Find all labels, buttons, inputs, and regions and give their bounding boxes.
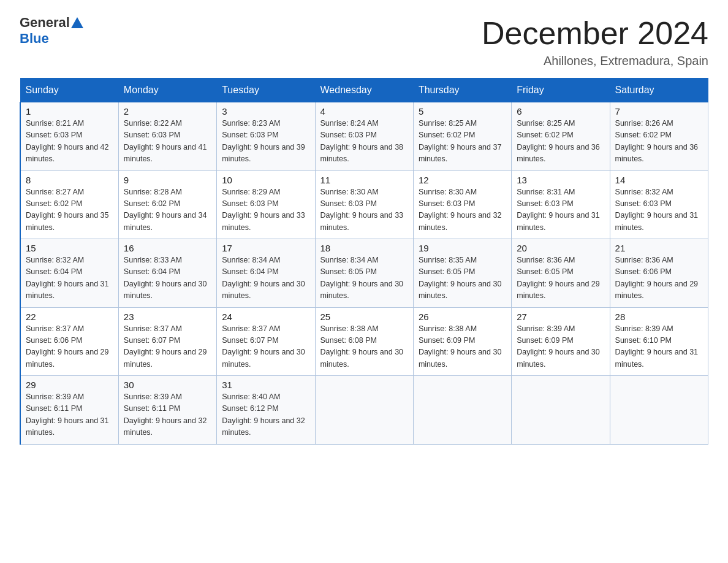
calendar-cell: 21 Sunrise: 8:36 AMSunset: 6:06 PMDaylig… (610, 239, 708, 308)
day-number: 24 (222, 312, 309, 322)
calendar-header: SundayMondayTuesdayWednesdayThursdayFrid… (20, 79, 708, 102)
weekday-header-friday: Friday (512, 79, 610, 102)
day-number: 19 (419, 243, 506, 253)
weekday-header-wednesday: Wednesday (315, 79, 413, 102)
day-info: Sunrise: 8:39 AMSunset: 6:09 PMDaylight:… (517, 323, 604, 371)
calendar-cell: 15 Sunrise: 8:32 AMSunset: 6:04 PMDaylig… (20, 239, 118, 308)
day-number: 1 (26, 106, 113, 117)
calendar-cell: 20 Sunrise: 8:36 AMSunset: 6:05 PMDaylig… (512, 239, 610, 308)
page-header: General Blue December 2024 Ahillones, Ex… (20, 15, 708, 68)
calendar-cell: 26 Sunrise: 8:38 AMSunset: 6:09 PMDaylig… (413, 307, 511, 376)
calendar-cell: 10 Sunrise: 8:29 AMSunset: 6:03 PMDaylig… (217, 170, 315, 239)
calendar-cell: 14 Sunrise: 8:32 AMSunset: 6:03 PMDaylig… (610, 170, 708, 239)
day-number: 14 (615, 175, 703, 185)
day-number: 9 (124, 175, 211, 185)
day-info: Sunrise: 8:24 AMSunset: 6:03 PMDaylight:… (320, 118, 408, 166)
calendar-cell (315, 376, 413, 445)
logo: General Blue (20, 15, 85, 47)
day-info: Sunrise: 8:30 AMSunset: 6:03 PMDaylight:… (419, 186, 506, 234)
day-number: 16 (124, 243, 211, 253)
calendar-cell: 5 Sunrise: 8:25 AMSunset: 6:02 PMDayligh… (413, 102, 511, 171)
day-number: 10 (222, 175, 309, 185)
day-info: Sunrise: 8:36 AMSunset: 6:05 PMDaylight:… (517, 255, 604, 302)
title-block: December 2024 Ahillones, Extremadura, Sp… (482, 15, 708, 68)
day-number: 13 (517, 175, 604, 185)
day-number: 5 (419, 106, 506, 117)
weekday-header-row: SundayMondayTuesdayWednesdayThursdayFrid… (20, 79, 708, 102)
day-number: 25 (320, 312, 408, 322)
calendar-cell: 19 Sunrise: 8:35 AMSunset: 6:05 PMDaylig… (413, 239, 511, 308)
month-title: December 2024 (482, 15, 708, 52)
day-info: Sunrise: 8:34 AMSunset: 6:05 PMDaylight:… (320, 255, 408, 302)
calendar-cell: 17 Sunrise: 8:34 AMSunset: 6:04 PMDaylig… (217, 239, 315, 308)
logo-triangle-icon (71, 17, 83, 28)
day-number: 29 (26, 380, 113, 390)
day-info: Sunrise: 8:37 AMSunset: 6:07 PMDaylight:… (124, 323, 211, 371)
calendar-week-row: 1 Sunrise: 8:21 AMSunset: 6:03 PMDayligh… (20, 102, 708, 171)
day-info: Sunrise: 8:34 AMSunset: 6:04 PMDaylight:… (222, 255, 309, 302)
calendar-cell (413, 376, 511, 445)
calendar-cell: 7 Sunrise: 8:26 AMSunset: 6:02 PMDayligh… (610, 102, 708, 171)
day-info: Sunrise: 8:32 AMSunset: 6:04 PMDaylight:… (26, 255, 113, 302)
weekday-header-thursday: Thursday (413, 79, 511, 102)
weekday-header-sunday: Sunday (20, 79, 118, 102)
day-number: 4 (320, 106, 408, 117)
day-number: 18 (320, 243, 408, 253)
day-number: 17 (222, 243, 309, 253)
logo-blue-text: Blue (20, 31, 49, 46)
calendar-cell: 31 Sunrise: 8:40 AMSunset: 6:12 PMDaylig… (217, 376, 315, 445)
weekday-header-tuesday: Tuesday (217, 79, 315, 102)
calendar-cell: 6 Sunrise: 8:25 AMSunset: 6:02 PMDayligh… (512, 102, 610, 171)
calendar-cell: 1 Sunrise: 8:21 AMSunset: 6:03 PMDayligh… (20, 102, 118, 171)
calendar-cell (610, 376, 708, 445)
day-number: 11 (320, 175, 408, 185)
calendar-cell (512, 376, 610, 445)
logo-general-text: General (20, 15, 70, 31)
location-subtitle: Ahillones, Extremadura, Spain (482, 54, 708, 68)
day-info: Sunrise: 8:38 AMSunset: 6:08 PMDaylight:… (320, 323, 408, 371)
calendar-cell: 24 Sunrise: 8:37 AMSunset: 6:07 PMDaylig… (217, 307, 315, 376)
calendar-cell: 23 Sunrise: 8:37 AMSunset: 6:07 PMDaylig… (118, 307, 216, 376)
day-info: Sunrise: 8:23 AMSunset: 6:03 PMDaylight:… (222, 118, 309, 166)
calendar-cell: 30 Sunrise: 8:39 AMSunset: 6:11 PMDaylig… (118, 376, 216, 445)
day-info: Sunrise: 8:30 AMSunset: 6:03 PMDaylight:… (320, 186, 408, 234)
calendar-cell: 28 Sunrise: 8:39 AMSunset: 6:10 PMDaylig… (610, 307, 708, 376)
day-number: 7 (615, 106, 703, 117)
calendar-week-row: 22 Sunrise: 8:37 AMSunset: 6:06 PMDaylig… (20, 307, 708, 376)
day-info: Sunrise: 8:21 AMSunset: 6:03 PMDaylight:… (26, 118, 113, 166)
calendar-cell: 9 Sunrise: 8:28 AMSunset: 6:02 PMDayligh… (118, 170, 216, 239)
day-number: 15 (26, 243, 113, 253)
calendar-cell: 11 Sunrise: 8:30 AMSunset: 6:03 PMDaylig… (315, 170, 413, 239)
day-info: Sunrise: 8:32 AMSunset: 6:03 PMDaylight:… (615, 186, 703, 234)
day-number: 20 (517, 243, 604, 253)
day-info: Sunrise: 8:28 AMSunset: 6:02 PMDaylight:… (124, 186, 211, 234)
day-info: Sunrise: 8:31 AMSunset: 6:03 PMDaylight:… (517, 186, 604, 234)
day-number: 28 (615, 312, 703, 322)
day-number: 27 (517, 312, 604, 322)
calendar-cell: 12 Sunrise: 8:30 AMSunset: 6:03 PMDaylig… (413, 170, 511, 239)
day-number: 2 (124, 106, 211, 117)
calendar-cell: 22 Sunrise: 8:37 AMSunset: 6:06 PMDaylig… (20, 307, 118, 376)
day-number: 3 (222, 106, 309, 117)
calendar-cell: 18 Sunrise: 8:34 AMSunset: 6:05 PMDaylig… (315, 239, 413, 308)
day-info: Sunrise: 8:25 AMSunset: 6:02 PMDaylight:… (419, 118, 506, 166)
calendar-week-row: 15 Sunrise: 8:32 AMSunset: 6:04 PMDaylig… (20, 239, 708, 308)
day-info: Sunrise: 8:26 AMSunset: 6:02 PMDaylight:… (615, 118, 703, 166)
day-number: 26 (419, 312, 506, 322)
day-number: 6 (517, 106, 604, 117)
day-info: Sunrise: 8:27 AMSunset: 6:02 PMDaylight:… (26, 186, 113, 234)
day-info: Sunrise: 8:40 AMSunset: 6:12 PMDaylight:… (222, 391, 309, 439)
weekday-header-monday: Monday (118, 79, 216, 102)
calendar-cell: 29 Sunrise: 8:39 AMSunset: 6:11 PMDaylig… (20, 376, 118, 445)
day-info: Sunrise: 8:22 AMSunset: 6:03 PMDaylight:… (124, 118, 211, 166)
day-number: 8 (26, 175, 113, 185)
day-info: Sunrise: 8:39 AMSunset: 6:10 PMDaylight:… (615, 323, 703, 371)
day-info: Sunrise: 8:29 AMSunset: 6:03 PMDaylight:… (222, 186, 309, 234)
calendar-cell: 13 Sunrise: 8:31 AMSunset: 6:03 PMDaylig… (512, 170, 610, 239)
calendar-cell: 27 Sunrise: 8:39 AMSunset: 6:09 PMDaylig… (512, 307, 610, 376)
calendar-cell: 16 Sunrise: 8:33 AMSunset: 6:04 PMDaylig… (118, 239, 216, 308)
day-number: 31 (222, 380, 309, 390)
day-number: 12 (419, 175, 506, 185)
day-info: Sunrise: 8:37 AMSunset: 6:06 PMDaylight:… (26, 323, 113, 371)
calendar-cell: 4 Sunrise: 8:24 AMSunset: 6:03 PMDayligh… (315, 102, 413, 171)
